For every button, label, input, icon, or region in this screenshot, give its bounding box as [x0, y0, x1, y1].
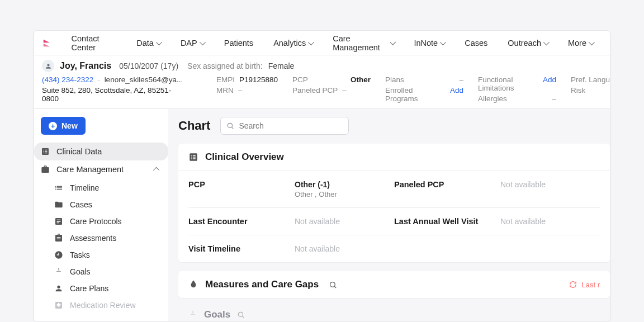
patient-address: Suite 852, 280, Scottsdale, AZ, 85251-08… [42, 86, 187, 103]
search-icon[interactable] [237, 311, 245, 319]
sidebar: + New Clinical Data Care Management Time… [34, 109, 168, 321]
chevron-down-icon [543, 39, 550, 45]
svg-point-2 [330, 282, 335, 287]
sidebar-item-timeline[interactable]: Timeline [48, 179, 168, 196]
nav-item-cases[interactable]: Cases [456, 33, 496, 53]
refresh-hint[interactable]: Last r [569, 281, 600, 289]
patient-avatar-icon [42, 60, 54, 72]
chevron-down-icon [589, 39, 595, 45]
sab-label: Sex assigned at birth: [187, 61, 263, 70]
patient-name: Joy, Francis [60, 61, 111, 71]
badge-icon [41, 147, 50, 156]
chevron-down-icon [390, 39, 395, 45]
nav-item-dap[interactable]: DAP [172, 33, 213, 53]
nav-item-innote[interactable]: InNote [405, 33, 453, 53]
search-icon [226, 122, 234, 130]
sidebar-item-care-management[interactable]: Care Management [34, 160, 168, 178]
body: + New Clinical Data Care Management Time… [34, 109, 610, 321]
briefcase-icon [41, 165, 50, 174]
chevron-down-icon [308, 39, 314, 45]
ov-pcp-value: Other (-1) Other , Other [295, 171, 394, 207]
target-icon [54, 267, 63, 276]
target-icon [188, 310, 197, 319]
patient-header: Joy, Francis 05/10/2007 (17y) Sex assign… [34, 55, 610, 75]
nav-item-data[interactable]: Data [127, 33, 169, 53]
card-title: Goals [204, 309, 230, 320]
sidebar-item-tasks[interactable]: Tasks [48, 247, 168, 263]
search-input-wrap[interactable] [220, 117, 349, 135]
card-title: Clinical Overview [205, 151, 284, 163]
empi-value: P19125880 [239, 75, 278, 84]
svg-line-5 [243, 316, 244, 318]
chevron-down-icon [156, 39, 162, 45]
med-icon [54, 301, 63, 310]
top-nav: Contact CenterDataDAPPatientsAnalyticsCa… [34, 31, 610, 55]
chevron-down-icon [440, 39, 446, 45]
svg-line-3 [334, 286, 336, 288]
search-icon[interactable] [329, 281, 337, 289]
app-logo-icon [42, 37, 51, 49]
protocol-icon [54, 217, 63, 226]
nav-item-more[interactable]: More [559, 33, 602, 53]
plus-icon: + [49, 122, 57, 130]
sab-value: Female [268, 61, 295, 70]
timeline-icon [54, 183, 63, 192]
sidebar-item-goals[interactable]: Goals [48, 263, 168, 280]
main-content: Chart Clinical Overview PCP Other (-1) O… [168, 109, 610, 321]
nav-item-outreach[interactable]: Outreach [499, 33, 557, 53]
add-functional-link[interactable]: Add [543, 75, 556, 84]
svg-point-4 [239, 312, 243, 316]
patient-email[interactable]: lenore_skiles564@ya... [105, 75, 183, 84]
folder-icon [54, 200, 63, 209]
person-plan-icon [54, 284, 63, 293]
clipboard-icon [54, 234, 63, 243]
search-input[interactable] [239, 121, 343, 130]
app-frame: Contact CenterDataDAPPatientsAnalyticsCa… [34, 30, 610, 322]
patient-dob-age: 05/10/2007 (17y) [119, 61, 178, 70]
sidebar-item-care-protocols[interactable]: Care Protocols [48, 213, 168, 230]
clinical-overview-card: Clinical Overview PCP Other (-1) Other ,… [178, 144, 610, 262]
sidebar-item-medication-review[interactable]: Medication Review [48, 297, 168, 314]
nav-item-patients[interactable]: Patients [215, 33, 262, 53]
refresh-icon [569, 281, 577, 288]
patient-info-row: (434) 234-2322 · lenore_skiles564@ya... … [34, 75, 610, 109]
nav-item-analytics[interactable]: Analytics [264, 33, 321, 53]
goals-card: Goals [178, 302, 610, 321]
drop-icon [188, 280, 198, 290]
nav-item-contact-center[interactable]: Contact Center [63, 30, 126, 58]
new-button[interactable]: + New [41, 117, 86, 135]
add-program-link[interactable]: Add [450, 86, 463, 94]
badge-icon [188, 152, 198, 162]
patient-phone-link[interactable]: (434) 234-2322 [42, 75, 93, 84]
sidebar-item-assessments[interactable]: Assessments [48, 230, 168, 247]
sidebar-item-clinical-data[interactable]: Clinical Data [34, 143, 168, 160]
measures-card: Measures and Care Gaps Last r [178, 271, 610, 298]
svg-line-1 [232, 127, 234, 129]
nav-item-care-management[interactable]: Care Management [324, 30, 402, 58]
pcp-value: Other [351, 75, 371, 84]
card-title: Measures and Care Gaps [205, 279, 319, 290]
chevron-up-icon [153, 167, 159, 173]
sidebar-item-care-plans[interactable]: Care Plans [48, 280, 168, 297]
clock-icon [54, 250, 63, 259]
page-title: Chart [178, 119, 210, 133]
chevron-down-icon [199, 39, 205, 45]
svg-point-0 [228, 123, 233, 127]
sidebar-item-cases[interactable]: Cases [48, 196, 168, 213]
